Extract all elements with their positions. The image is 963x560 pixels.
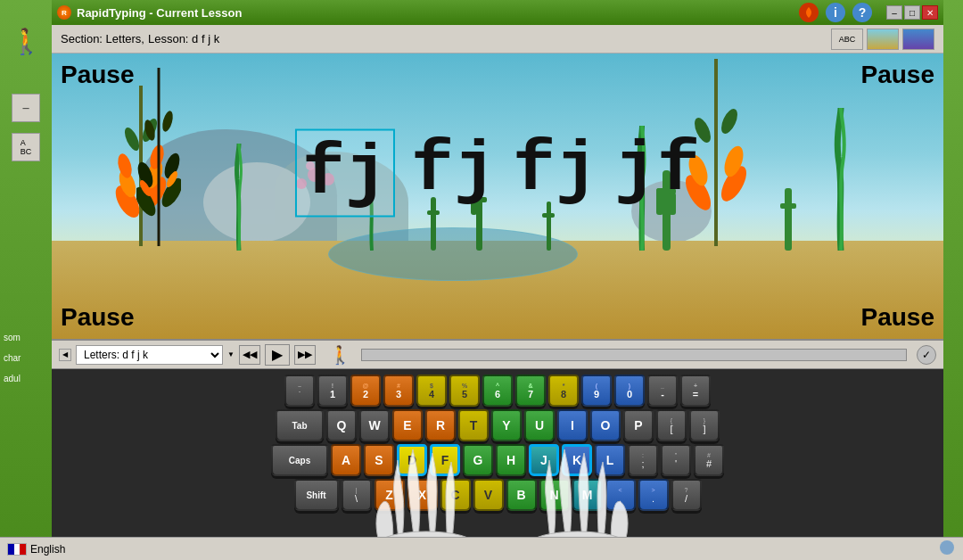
key-0[interactable]: )0 [614,375,645,407]
key-t[interactable]: T [458,409,489,441]
key-slash[interactable]: ?/ [671,479,702,511]
key-w[interactable]: W [359,409,390,441]
key-p[interactable]: P [623,409,654,441]
pause-label-bottom-left[interactable]: Pause [61,303,135,332]
cactus-5 [780,175,796,254]
window-controls: – □ ✕ [886,5,938,20]
key-9[interactable]: (9 [581,375,612,407]
key-3[interactable]: #3 [383,375,414,407]
word-3: fj [513,129,598,218]
key-a[interactable]: A [331,444,361,476]
pause-label-top-right[interactable]: Pause [861,61,935,89]
keyboard-area: ~` !1 @2 #3 $4 %5 ^6 &7 *8 (9 )0 _- += T… [52,369,943,553]
ctrl-icon-small: ◀ [59,349,71,361]
info-icon[interactable]: i [826,3,845,22]
key-row-zxcv: Shift |\ Z X C V B N M <, >. ?/ [294,479,702,511]
pause-label-bottom-right[interactable]: Pause [861,303,935,332]
key-l[interactable]: L [595,444,625,476]
key-c[interactable]: C [440,479,471,511]
pause-label-top-left[interactable]: Pause [61,61,135,89]
key-comma[interactable]: <, [605,479,636,511]
key-backtick[interactable]: ~` [284,375,315,407]
key-hash[interactable]: ## [694,444,724,476]
key-r[interactable]: R [425,409,456,441]
key-dash[interactable]: _- [647,375,678,407]
key-o[interactable]: O [590,409,621,441]
forward-button[interactable]: ▶▶ [294,345,316,365]
key-7[interactable]: &7 [515,375,546,407]
key-q[interactable]: Q [326,409,357,441]
window-title: RapidTyping - Current Lesson [77,6,794,20]
language-label: English [30,543,65,556]
key-g[interactable]: G [463,444,493,476]
word-1: fj [295,129,395,218]
key-z[interactable]: Z [374,479,405,511]
key-s[interactable]: S [364,444,394,476]
toolbar-btn-text[interactable]: ABC [831,29,863,50]
maximize-button[interactable]: □ [904,5,920,20]
lesson-label: Lesson: d f j k [148,32,219,45]
svg-point-18 [143,119,157,142]
key-lshift[interactable]: Shift [294,479,339,511]
lesson-select[interactable]: Letters: d f j k [76,345,223,365]
sidebar-icon-1[interactable]: ─ [12,94,40,122]
key-8[interactable]: *8 [548,375,579,407]
close-button[interactable]: ✕ [922,5,938,20]
key-bracket-l[interactable]: {[ [656,409,687,441]
key-v[interactable]: V [473,479,504,511]
language-flag [7,543,27,556]
walker-sidebar-icon[interactable]: 🚶 [11,27,42,56]
key-row-numbers: ~` !1 @2 #3 $4 %5 ^6 &7 *8 (9 )0 _- += [284,375,711,407]
key-backslash[interactable]: |\ [342,479,372,511]
play-button[interactable]: ▶ [265,344,290,366]
key-period[interactable]: >. [638,479,669,511]
plant-green-4 [827,108,854,254]
key-2[interactable]: @2 [350,375,381,407]
control-bar: ◀ Letters: d f j k ▼ ◀◀ ▶ ▶▶ 🚶 ✓ [52,339,943,369]
key-tab[interactable]: Tab [276,409,324,441]
key-quote[interactable]: "' [661,444,691,476]
key-y[interactable]: Y [491,409,522,441]
key-k[interactable]: K [562,444,592,476]
key-6[interactable]: ^6 [482,375,513,407]
key-b[interactable]: B [506,479,537,511]
help-icon[interactable]: ? [852,3,872,22]
walker-control-icon: 🚶 [329,344,351,366]
svg-point-7 [116,152,135,180]
status-icon [938,539,956,559]
main-window: R RapidTyping - Current Lesson i ? – □ ✕… [52,0,943,560]
toolbar-btn-scene1[interactable] [867,29,899,50]
key-u[interactable]: U [524,409,555,441]
status-bar: English [0,537,963,560]
progress-bar[interactable] [361,349,907,361]
rewind-button[interactable]: ◀◀ [239,345,260,365]
minimize-button[interactable]: – [886,5,902,20]
key-semicolon[interactable]: :; [628,444,658,476]
key-j[interactable]: J [529,444,559,476]
key-n[interactable]: N [539,479,570,511]
key-5[interactable]: %5 [449,375,480,407]
plant-green-1 [230,144,248,254]
key-4[interactable]: $4 [416,375,447,407]
lesson-scene: Pause Pause Pause Pause fj fj fj jf [52,54,943,339]
sidebar-icon-2[interactable]: ABC [12,133,40,161]
sidebar-text-char: char [0,353,52,363]
dropdown-arrow[interactable]: ▼ [227,350,235,358]
key-f[interactable]: F [430,444,460,476]
key-i[interactable]: I [557,409,588,441]
toolbar-btn-scene2[interactable] [902,29,934,50]
key-e[interactable]: E [392,409,423,441]
key-1[interactable]: !1 [317,375,348,407]
key-m[interactable]: M [572,479,603,511]
app-icon: R [57,5,71,20]
key-x[interactable]: X [407,479,438,511]
key-caps[interactable]: Caps [271,444,328,476]
key-bracket-r[interactable]: }] [689,409,720,441]
right-panel [943,0,963,560]
key-equals[interactable]: += [680,375,711,407]
section-label: Section: Letters, [61,32,144,45]
key-d[interactable]: D [397,444,427,476]
progress-end-button[interactable]: ✓ [917,345,936,365]
key-h[interactable]: H [496,444,526,476]
sidebar-text-adult: adul [0,374,52,383]
